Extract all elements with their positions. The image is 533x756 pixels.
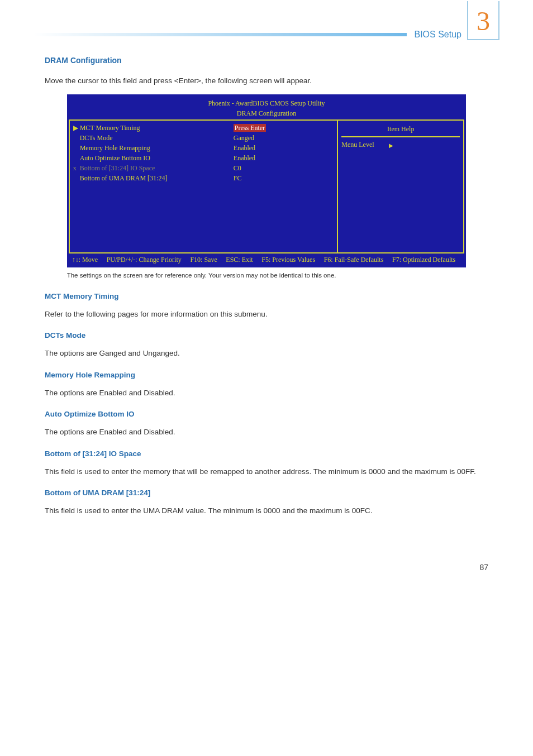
bios-row[interactable]: Memory Hole Remapping Enabled (73, 143, 334, 153)
bios-row-label: DCTs Mode (80, 134, 113, 142)
legend-change: PU/PD/+/-: Change Priority (107, 255, 182, 265)
bios-row-label: Memory Hole Remapping (80, 144, 150, 152)
bios-title-line-2: DRAM Configuration (69, 108, 465, 118)
buma-body: This field is used to enter the UMA DRAM… (45, 505, 488, 516)
bios-row-label: Auto Optimize Bottom IO (80, 154, 150, 162)
bios-row-value: Enabled (234, 143, 334, 153)
mem-body: The options are Enabled and Disabled. (45, 387, 488, 399)
bios-row[interactable]: Bottom of UMA DRAM [31:24] FC (73, 173, 334, 183)
header-gradient-bar (34, 33, 407, 36)
bios-row-value: Ganged (234, 133, 334, 143)
bios-row-label: Bottom of [31:24] IO Space (80, 164, 155, 172)
bios-row-value: Enabled (234, 153, 334, 163)
menu-level-arrow-icon: ▶ (389, 142, 393, 149)
b31-title: Bottom of [31:24] IO Space (45, 448, 488, 460)
legend-exit: ESC: Exit (226, 255, 253, 265)
mct-body: Refer to the following pages for more in… (45, 309, 488, 320)
dcts-title: DCTs Mode (45, 330, 488, 341)
mct-title: MCT Memory Timing (45, 291, 488, 302)
legend-f7: F7: Optimized Defaults (392, 255, 455, 265)
bios-help-body: Menu Level▶ (341, 140, 460, 150)
bios-footer: ↑↓: Move PU/PD/+/-: Change Priority F10:… (69, 253, 465, 266)
dram-config-title: DRAM Configuration (45, 55, 488, 66)
mem-title: Memory Hole Remapping (45, 370, 488, 381)
bios-frame: ▶MCT Memory Timing Press Enter DCTs Mode… (69, 119, 465, 253)
auto-title: Auto Optimize Bottom IO (45, 409, 488, 420)
page-header: BIOS Setup 3 (34, 28, 499, 41)
page-number: 87 (45, 562, 488, 573)
disabled-x-icon: x (73, 163, 80, 173)
bios-row-label: MCT Memory Timing (80, 124, 140, 132)
submenu-arrow-icon: ▶ (73, 123, 80, 133)
legend-save: F10: Save (190, 255, 217, 265)
bios-title: Phoenix - AwardBIOS CMOS Setup Utility D… (69, 96, 465, 119)
bios-help-title: Item Help (341, 123, 460, 137)
b31-body: This field is used to enter the memory t… (45, 466, 488, 477)
legend-move: ↑↓: Move (72, 255, 98, 265)
page-content: DRAM Configuration Move the cursor to th… (34, 55, 499, 573)
bios-row: xBottom of [31:24] IO Space C0 (73, 163, 334, 173)
bios-row[interactable]: Auto Optimize Bottom IO Enabled (73, 153, 334, 163)
bios-caption: The settings on the screen are for refer… (67, 271, 467, 280)
bios-title-line-1: Phoenix - AwardBIOS CMOS Setup Utility (69, 98, 465, 108)
bios-row-value: Press Enter (234, 124, 266, 132)
bios-settings-pane: ▶MCT Memory Timing Press Enter DCTs Mode… (70, 121, 339, 252)
bios-screen: Phoenix - AwardBIOS CMOS Setup Utility D… (67, 94, 467, 267)
bios-row[interactable]: ▶MCT Memory Timing Press Enter (73, 123, 334, 133)
bios-row[interactable]: DCTs Mode Ganged (73, 133, 334, 143)
bios-help-pane: Item Help Menu Level▶ (338, 121, 463, 252)
legend-f6: F6: Fail-Safe Defaults (324, 255, 384, 265)
menu-level-label: Menu Level (341, 141, 374, 149)
header-section-name: BIOS Setup (415, 28, 462, 41)
dram-config-intro: Move the cursor to this field and press … (45, 75, 488, 87)
bios-row-value: FC (234, 173, 334, 183)
bios-row-label: Bottom of UMA DRAM [31:24] (80, 174, 168, 182)
dcts-body: The options are Ganged and Unganged. (45, 348, 488, 359)
chapter-number-badge: 3 (467, 1, 499, 40)
legend-f5: F5: Previous Values (261, 255, 315, 265)
bios-row-value: C0 (234, 163, 334, 173)
buma-title: Bottom of UMA DRAM [31:24] (45, 487, 488, 499)
auto-body: The options are Enabled and Disabled. (45, 427, 488, 438)
